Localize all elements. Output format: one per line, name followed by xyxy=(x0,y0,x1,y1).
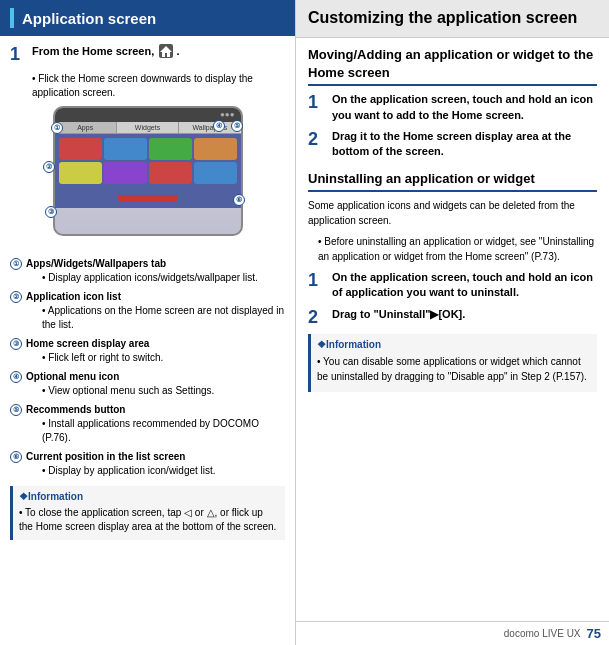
right-step-3-num: 1 xyxy=(308,270,326,292)
desc-item-1: ① Apps/Widgets/Wallpapers tab Display ap… xyxy=(10,257,285,287)
desc-item-2: ② Application icon list Applications on … xyxy=(10,290,285,334)
right-step-4-row: 2 Drag to "Uninstall"▶[OK]. xyxy=(308,307,597,329)
phone-app-grid xyxy=(55,134,241,188)
step-1-number: 1 xyxy=(10,44,28,66)
svg-marker-0 xyxy=(160,46,172,57)
right-step-1-text: On the application screen, touch and hol… xyxy=(332,92,597,123)
right-info-bullet: You can disable some applications or wid… xyxy=(317,354,591,384)
left-info-box: ❖Information To close the application sc… xyxy=(10,486,285,540)
desc-circle-6: ⑥ xyxy=(10,451,22,463)
footer-page: 75 xyxy=(587,626,601,641)
left-info-bullet: To close the application screen, tap ◁ o… xyxy=(19,506,279,534)
diagram-label-6: ⑥ xyxy=(233,194,245,206)
right-step-2-text: Drag it to the Home screen display area … xyxy=(332,129,597,160)
phone-diagram-container: ●●● Apps Widgets Wallpapers xyxy=(43,106,253,251)
section2-bullet-1: Before uninstalling an application or wi… xyxy=(308,234,597,264)
right-step-4-text: Drag to "Uninstall"▶[OK]. xyxy=(332,307,465,322)
desc-item-3: ③ Home screen display area Flick left or… xyxy=(10,337,285,367)
right-header: Customizing the application screen xyxy=(296,0,609,38)
step-1-suffix: . xyxy=(176,45,179,57)
footer-bar: docomo LIVE UX 75 xyxy=(296,621,609,645)
footer-brand: docomo LIVE UX xyxy=(504,628,581,639)
right-panel: Customizing the application screen Movin… xyxy=(296,0,609,645)
right-step-3-text: On the application screen, touch and hol… xyxy=(332,270,597,301)
right-header-title: Customizing the application screen xyxy=(308,8,597,29)
diagram-label-2: ② xyxy=(43,161,55,173)
step-1-bullets: Flick the Home screen downwards to displ… xyxy=(32,72,285,100)
desc-circle-2: ② xyxy=(10,291,22,303)
left-header-title: Application screen xyxy=(22,10,156,27)
desc-item-5: ⑤ Recommends button Install applications… xyxy=(10,403,285,447)
desc-item-4: ④ Optional menu icon View optional menu … xyxy=(10,370,285,400)
desc-circle-3: ③ xyxy=(10,338,22,350)
desc-circle-4: ④ xyxy=(10,371,22,383)
phone-bottom-area xyxy=(55,188,241,208)
section1-title: Moving/Adding an application or widget t… xyxy=(308,46,597,86)
desc-sub-2: Applications on the Home screen are not … xyxy=(42,304,285,332)
right-step-1-num: 1 xyxy=(308,92,326,114)
desc-sub-4: View optional menu such as Settings. xyxy=(42,384,214,398)
section2-intro: Some application icons and widgets can b… xyxy=(308,198,597,228)
desc-circle-1: ① xyxy=(10,258,22,270)
right-content: Moving/Adding an application or widget t… xyxy=(296,38,609,621)
left-header: Application screen xyxy=(0,0,295,36)
desc-item-6: ⑥ Current position in the list screen Di… xyxy=(10,450,285,480)
right-step-2-row: 2 Drag it to the Home screen display are… xyxy=(308,129,597,160)
desc-text-5: Recommends button xyxy=(26,403,285,417)
desc-text-2: Application icon list xyxy=(26,290,285,304)
right-step-3-row: 1 On the application screen, touch and h… xyxy=(308,270,597,301)
header-bar-accent xyxy=(10,8,14,28)
step-1-row: 1 From the Home screen, . xyxy=(10,44,285,66)
left-panel: Application screen 1 From the Home scree… xyxy=(0,0,296,645)
right-info-box: ❖Information You can disable some applic… xyxy=(308,334,597,392)
step-1-text: From the Home screen, . xyxy=(32,44,179,59)
desc-text-4: Optional menu icon xyxy=(26,370,214,384)
left-info-title: ❖Information xyxy=(19,490,279,504)
desc-circle-5: ⑤ xyxy=(10,404,22,416)
right-step-2-num: 2 xyxy=(308,129,326,151)
phone-top-bar: ●●● xyxy=(55,108,241,122)
desc-sub-6: Display by application icon/widget list. xyxy=(42,464,216,478)
diagram-label-1: ① xyxy=(51,122,63,134)
desc-sub-1: Display application icons/widgets/wallpa… xyxy=(42,271,258,285)
right-step-4-num: 2 xyxy=(308,307,326,329)
left-content: 1 From the Home screen, . Flick the Home… xyxy=(0,36,295,645)
desc-text-6: Current position in the list screen xyxy=(26,450,216,464)
diagram-label-4: ④ xyxy=(213,120,225,132)
diagram-label-5: ⑤ xyxy=(231,120,243,132)
description-list: ① Apps/Widgets/Wallpapers tab Display ap… xyxy=(10,257,285,480)
desc-text-3: Home screen display area xyxy=(26,337,163,351)
step-1-bullet-1: Flick the Home screen downwards to displ… xyxy=(32,72,285,100)
desc-text-1: Apps/Widgets/Wallpapers tab xyxy=(26,257,258,271)
phone-bottom-bar xyxy=(118,195,178,201)
desc-sub-3: Flick left or right to switch. xyxy=(42,351,163,365)
home-icon xyxy=(159,44,173,58)
right-step-1-row: 1 On the application screen, touch and h… xyxy=(308,92,597,123)
diagram-label-3: ③ xyxy=(45,206,57,218)
section2-title: Uninstalling an application or widget xyxy=(308,170,597,192)
desc-sub-5: Install applications recommended by DOCO… xyxy=(42,417,285,445)
right-info-title: ❖Information xyxy=(317,338,591,352)
